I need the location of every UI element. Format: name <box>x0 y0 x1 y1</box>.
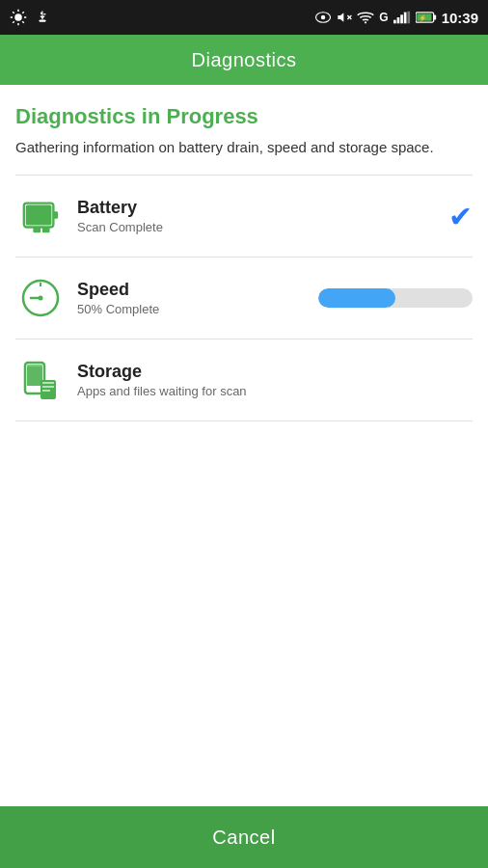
app-bar-title: Diagnostics <box>192 49 297 71</box>
battery-status-icon: ⚡ <box>416 11 437 24</box>
battery-icon <box>15 191 66 241</box>
cancel-button[interactable]: Cancel <box>0 806 488 868</box>
svg-rect-30 <box>33 227 41 232</box>
sun-icon <box>10 9 27 26</box>
speed-progress-bar <box>318 288 473 308</box>
speed-scan-item: Speed 50% Complete <box>15 258 473 339</box>
diagnostics-subheading: Gathering information on battery drain, … <box>15 137 473 157</box>
svg-point-14 <box>321 15 326 20</box>
svg-line-6 <box>22 21 24 23</box>
svg-rect-21 <box>403 13 406 24</box>
storage-scan-item: Storage Apps and files waiting for scan <box>15 339 473 421</box>
storage-scan-name: Storage <box>77 362 415 382</box>
battery-scan-item: Battery Scan Complete ✔ <box>15 176 473 258</box>
speed-scan-result <box>299 288 473 308</box>
svg-rect-18 <box>393 20 396 24</box>
main-content: Diagnostics in Progress Gathering inform… <box>0 85 488 421</box>
storage-icon <box>15 355 66 405</box>
network-type: G <box>379 11 388 24</box>
svg-line-5 <box>13 12 14 14</box>
svg-rect-24 <box>433 14 436 19</box>
status-left <box>10 9 50 26</box>
battery-scan-result: ✔ <box>415 200 473 233</box>
svg-rect-19 <box>396 17 399 23</box>
speed-progress-fill <box>318 288 395 308</box>
svg-marker-11 <box>40 16 44 19</box>
battery-checkmark-icon: ✔ <box>448 200 473 233</box>
svg-rect-41 <box>42 386 54 388</box>
status-time: 10:39 <box>442 10 478 26</box>
battery-scan-info: Battery Scan Complete <box>77 198 415 234</box>
wifi-icon <box>357 11 374 24</box>
app-bar: Diagnostics <box>0 35 488 85</box>
eye-icon <box>314 11 332 24</box>
storage-scan-info: Storage Apps and files waiting for scan <box>77 362 415 398</box>
speed-scan-name: Speed <box>77 280 299 300</box>
svg-point-17 <box>365 21 366 23</box>
usb-icon <box>35 9 50 26</box>
svg-rect-31 <box>42 227 50 232</box>
speed-icon <box>15 273 66 323</box>
svg-point-0 <box>14 14 22 21</box>
mute-icon <box>337 10 352 25</box>
svg-rect-29 <box>26 205 52 226</box>
svg-rect-43 <box>27 365 42 386</box>
svg-line-7 <box>13 21 14 23</box>
svg-rect-42 <box>42 390 50 392</box>
svg-rect-28 <box>53 211 58 219</box>
signal-icon <box>393 11 411 24</box>
svg-text:⚡: ⚡ <box>419 14 427 22</box>
svg-rect-20 <box>400 14 403 23</box>
svg-rect-22 <box>407 12 410 24</box>
svg-line-8 <box>22 12 24 14</box>
status-bar: G ⚡ 10:39 <box>0 0 488 35</box>
svg-rect-40 <box>42 382 54 384</box>
storage-scan-status: Apps and files waiting for scan <box>77 384 415 398</box>
speed-scan-info: Speed 50% Complete <box>77 280 299 316</box>
svg-rect-12 <box>40 20 46 22</box>
battery-scan-name: Battery <box>77 198 415 218</box>
svg-rect-10 <box>43 14 45 14</box>
diagnostics-heading: Diagnostics in Progress <box>15 104 473 129</box>
speed-scan-status: 50% Complete <box>77 302 299 316</box>
battery-scan-status: Scan Complete <box>77 220 415 234</box>
status-right: G ⚡ 10:39 <box>314 10 478 26</box>
